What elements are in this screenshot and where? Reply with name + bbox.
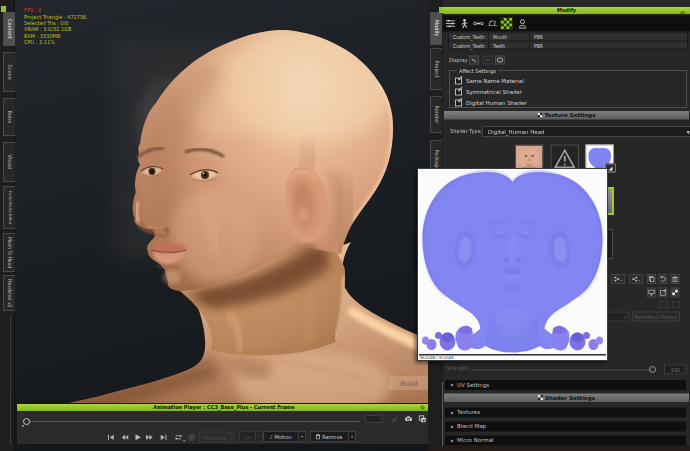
sidebar-tab-visual[interactable]: Visual xyxy=(3,142,15,182)
cloth-icon[interactable]: CL xyxy=(487,18,498,29)
render-3d-head xyxy=(15,0,443,403)
previous-frame-button[interactable] xyxy=(121,434,129,442)
textures-label: Textures xyxy=(457,409,480,416)
symmetrical-shader-label: Symmetrical Shader xyxy=(466,89,522,96)
stat-line-5: CPU : 2.11% xyxy=(24,39,55,45)
screen-view-button[interactable] xyxy=(647,288,656,298)
remove-dropdown[interactable]: Remove ▾ xyxy=(310,431,356,442)
performance-stats: FPS : 0Project Triangle : 472756Selected… xyxy=(24,8,86,46)
modify-settings-gear-icon[interactable] xyxy=(680,8,685,13)
shader-settings-collapse[interactable]: - xyxy=(450,394,452,403)
checkmark-icon: ✓ xyxy=(457,85,464,95)
cell-shader-type: PBR xyxy=(530,42,688,51)
textures-arrow-icon: ▶ xyxy=(451,410,454,415)
current-frame-box[interactable]: ▴▾ xyxy=(365,415,383,423)
stop-button[interactable] xyxy=(188,434,196,442)
affect-settings-group: Affect Settings ✓ Same Name Material ✓ S… xyxy=(449,70,687,108)
sidebar-border-line xyxy=(10,315,11,445)
modify-panel-titlebar[interactable]: Modify xyxy=(443,7,690,14)
appearance-bust-icon[interactable] xyxy=(517,18,528,29)
texture-settings-collapse[interactable]: - xyxy=(450,111,452,120)
realtime-button[interactable]: Realtime xyxy=(199,432,231,443)
checkmark-icon: ✓ xyxy=(457,96,464,106)
texture-viewer-window[interactable]: W:2048 / H:2048 xyxy=(417,168,608,361)
material-row-mouth[interactable]: Custom_Teeth Mouth PBR xyxy=(449,33,687,42)
dim-tool-button-2[interactable] xyxy=(672,301,680,308)
motion-dropdown-arrow[interactable]: ▾ xyxy=(298,432,305,441)
sidebar-tab-content[interactable]: Content xyxy=(3,12,15,46)
sidebar-tab-scene[interactable]: Scene xyxy=(3,52,15,92)
sidebar-tab-facial-profile-editor[interactable]: Facial Profile Editor xyxy=(3,186,15,229)
animation-player-settings-gear-icon[interactable] xyxy=(420,405,425,410)
render-video-icon[interactable] xyxy=(404,415,413,423)
panel-tab-project[interactable]: Project xyxy=(430,48,442,90)
micro-normal-section[interactable]: ▶Micro Normal xyxy=(445,436,686,446)
display-visibility-button[interactable] xyxy=(469,56,479,65)
transport-controls: ▾ Realtime 1x ▾ ♪ Motion ▾ xyxy=(17,431,431,446)
blend-map-section[interactable]: ▶Blend Map xyxy=(445,422,686,432)
launch-editor-button[interactable] xyxy=(659,288,668,298)
checker-preview-button[interactable] xyxy=(671,288,680,298)
modify-toolbar: CL xyxy=(443,16,690,32)
shader-type-value: Digital_Human Head xyxy=(488,129,545,136)
material-checker-icon[interactable] xyxy=(501,18,512,29)
copy-texture-button[interactable] xyxy=(647,274,656,284)
load-texture-button[interactable] xyxy=(611,274,625,284)
texture-settings-header[interactable]: - Texture Settings xyxy=(444,111,689,120)
cell-shader-type: PBR xyxy=(530,33,688,42)
texture-settings-icon xyxy=(537,112,542,117)
speed-dropdown-arrow[interactable]: ▾ xyxy=(255,432,262,441)
revert-texture-button[interactable] xyxy=(659,274,668,284)
save-texture-button[interactable] xyxy=(629,274,643,284)
strength-label: Strength xyxy=(446,365,468,371)
shader-settings-header[interactable]: - Shader Settings xyxy=(444,394,689,403)
timeline-playhead-knob[interactable] xyxy=(23,418,30,425)
animation-player-panel: Animation Player : CC3_Base_Plus - Curre… xyxy=(16,403,432,445)
dim-tool-button-1[interactable] xyxy=(659,301,668,308)
bone-icon[interactable] xyxy=(473,18,484,29)
timeline-track[interactable] xyxy=(30,421,360,422)
strength-slider-knob[interactable] xyxy=(649,366,656,373)
playback-speed-dropdown[interactable]: 1x ▾ xyxy=(239,431,263,442)
remove-dropdown-arrow[interactable]: ▾ xyxy=(348,432,355,441)
motion-dropdown[interactable]: ♪ Motion ▾ xyxy=(263,431,306,442)
textures-section[interactable]: ▶Textures xyxy=(445,408,686,418)
delete-texture-button[interactable] xyxy=(671,274,680,284)
material-row-teeth[interactable]: Custom_Teeth Teeth PBR xyxy=(449,42,687,51)
sidebar-tab-mesh-to-head[interactable]: Mesh To Head xyxy=(3,233,15,272)
normal-map-canvas[interactable] xyxy=(419,170,607,354)
attribute-sliders-icon[interactable] xyxy=(445,18,456,29)
panel-tab-render[interactable]: Render xyxy=(430,96,442,133)
uv-settings-label: UV Settings xyxy=(457,382,489,389)
display-row: Display : xyxy=(449,55,689,65)
symmetrical-shader-checkbox[interactable]: ✓ xyxy=(455,89,462,96)
shader-settings-icon xyxy=(538,394,543,399)
strength-value-box[interactable]: 100▴▾ xyxy=(664,365,687,375)
animation-player-titlebar[interactable]: Animation Player : CC3_Base_Plus - Curre… xyxy=(17,404,431,411)
display-rounded-button[interactable] xyxy=(495,56,505,65)
digital-human-shader-checkbox[interactable]: ✓ xyxy=(455,100,462,107)
key-icon[interactable] xyxy=(391,415,400,423)
panel-splitter-line[interactable] xyxy=(442,382,443,451)
loop-options-arrow[interactable]: ▾ xyxy=(183,438,185,443)
play-button[interactable] xyxy=(134,434,142,442)
go-to-end-button[interactable] xyxy=(160,434,168,442)
checkmark-icon: ✓ xyxy=(457,74,464,84)
frame-spinner[interactable]: ▴▾ xyxy=(379,416,381,423)
panel-tab-modify[interactable]: Modify xyxy=(430,12,442,45)
strength-row: Strength 100▴▾ xyxy=(443,363,690,376)
viewport-3d[interactable]: FPS : 0Project Triangle : 472756Selected… xyxy=(15,0,443,451)
shader-type-dropdown-arrow: ▼ xyxy=(687,127,690,137)
sidebar-tab-bone[interactable]: Bone xyxy=(3,98,15,136)
next-frame-button[interactable] xyxy=(146,434,154,442)
strength-slider-track[interactable] xyxy=(471,370,653,371)
capture-frame-icon[interactable] xyxy=(418,415,427,423)
uv-settings-section[interactable]: ▶UV Settings xyxy=(445,380,686,390)
go-to-start-button[interactable] xyxy=(107,434,115,442)
actor-icon[interactable] xyxy=(459,18,470,29)
sidebar-tab-headshot-v2[interactable]: Headshot v2 xyxy=(3,275,15,311)
bake-blend-texture-button[interactable]: Bake Blend Texture xyxy=(632,312,680,322)
display-minus-button[interactable] xyxy=(483,56,493,65)
same-name-material-checkbox[interactable]: ✓ xyxy=(455,78,462,85)
shader-type-dropdown[interactable]: Digital_Human Head ▼ xyxy=(482,126,690,137)
